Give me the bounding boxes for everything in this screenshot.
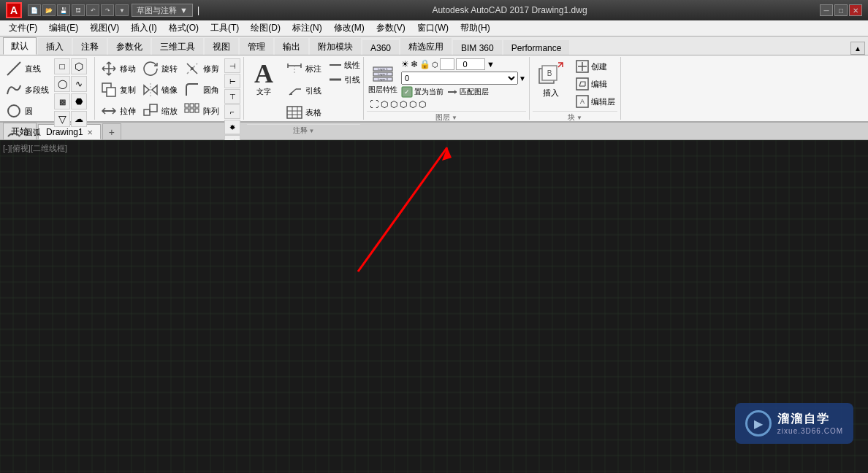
menu-edit[interactable]: 编辑(E) [43, 20, 84, 36]
menu-help[interactable]: 帮助(H) [454, 20, 496, 36]
mirror-tool[interactable]: 镜像 [140, 80, 180, 100]
dimension-tool[interactable]: 标注 [283, 58, 324, 79]
workspace-dropdown[interactable]: ▼ [115, 4, 129, 16]
tab-insert[interactable]: 插入 [38, 38, 72, 55]
chamfer-tool[interactable]: ⌐ [224, 104, 240, 119]
new-icon[interactable]: 📄 [28, 4, 41, 16]
tab-view[interactable]: 视图 [205, 38, 238, 55]
ellipse-tool[interactable]: ◯ [54, 76, 70, 92]
break-tool[interactable]: ⊢ [224, 74, 240, 88]
vp-freeze-icon[interactable]: ⬡ [432, 61, 438, 69]
block-create-btn[interactable]: 创建 [574, 58, 617, 74]
sun-icon[interactable]: ☀ [401, 59, 409, 69]
move-tool[interactable]: 移动 [98, 58, 138, 79]
layer-properties-btn[interactable]: Layer 1 Layer 2 Layer 3 图层特性 [367, 60, 399, 96]
ribbon-expand-btn[interactable]: ▲ [850, 42, 865, 55]
extend-tool[interactable]: ⊣ [224, 58, 240, 73]
menu-param[interactable]: 参数(V) [370, 20, 411, 36]
block-edit-attr-btn[interactable]: A 编辑层 [574, 93, 617, 109]
undo-icon[interactable]: ↶ [86, 4, 99, 16]
window-controls: ─ □ ✕ [820, 4, 862, 16]
menu-file[interactable]: 文件(F) [3, 20, 43, 36]
menu-bar: 文件(F) 编辑(E) 视图(V) 插入(I) 格式(O) 工具(T) 绘图(D… [0, 20, 868, 36]
layer-icon-5[interactable]: ⬡ [409, 99, 416, 109]
line-tool[interactable]: 直线 [3, 58, 51, 79]
save-icon[interactable]: 💾 [57, 4, 70, 16]
workspace-selector[interactable]: 草图与注释 ▼ [132, 4, 193, 17]
text-tool[interactable]: A 文字 [247, 58, 281, 99]
layer-icon-1[interactable]: ⛶ [370, 99, 378, 109]
match-layer-btn[interactable]: 匹配图层 [446, 86, 489, 98]
layer-dropdown-btn[interactable]: ▼ [487, 60, 495, 69]
block-expand-icon[interactable]: ▼ [576, 115, 582, 121]
stretch-tool[interactable]: 拉伸 [98, 101, 138, 121]
tab-parametric[interactable]: 参数化 [108, 38, 151, 55]
layer-icon-6[interactable]: ⬡ [419, 99, 426, 109]
minimize-btn[interactable]: ─ [820, 4, 833, 16]
block-edit-btn[interactable]: 编辑 [574, 76, 617, 92]
menu-view[interactable]: 视图(V) [84, 20, 125, 36]
rectangle-tool[interactable]: □ [54, 58, 70, 74]
menu-insert[interactable]: 插入(I) [125, 20, 162, 36]
trim-label: 修剪 [203, 64, 219, 74]
tab-manage[interactable]: 管理 [240, 38, 273, 55]
annotation-expand-icon[interactable]: ▼ [309, 128, 315, 134]
region-tool[interactable]: ▩ [54, 93, 70, 109]
array-tool[interactable]: 阵列 [181, 101, 221, 121]
menu-window[interactable]: 窗口(W) [411, 20, 454, 36]
tab-bim360[interactable]: BIM 360 [453, 40, 502, 55]
block-tools: B 插入 创建 编辑 A 编辑层 [533, 58, 617, 109]
arc-tool[interactable]: 圆弧 [3, 122, 51, 142]
maximize-btn[interactable]: □ [834, 4, 848, 16]
block-insert-btn[interactable]: B 插入 [533, 58, 569, 101]
tab-performance[interactable]: Performance [503, 40, 570, 55]
explode-tool[interactable]: ✸ [224, 120, 240, 134]
tab-3d-tools[interactable]: 三维工具 [152, 38, 203, 55]
cloud-tool[interactable]: ☁ [71, 111, 87, 127]
layer-icon-3[interactable]: ⬡ [390, 99, 397, 109]
tab-default[interactable]: 默认 [3, 37, 37, 55]
table-tool[interactable]: 表格 [283, 102, 324, 123]
tab-addons[interactable]: 附加模块 [310, 38, 361, 55]
layer-icon-4[interactable]: ⬡ [400, 99, 407, 109]
menu-format[interactable]: 格式(O) [163, 20, 205, 36]
tab-annotation[interactable]: 注释 [73, 38, 107, 55]
redo-icon[interactable]: ↷ [101, 4, 114, 16]
scale-tool[interactable]: 缩放 [140, 101, 180, 121]
menu-tools[interactable]: 工具(T) [205, 20, 245, 36]
menu-dim[interactable]: 标注(N) [286, 20, 328, 36]
saveas-icon[interactable]: 🖫 [72, 4, 85, 16]
tab-featured[interactable]: 精选应用 [400, 38, 452, 55]
tab-a360[interactable]: A360 [362, 40, 399, 55]
svg-rect-7 [150, 104, 157, 112]
layer-number-input[interactable] [456, 58, 485, 70]
trim-tool[interactable]: 修剪 [181, 58, 221, 79]
freeze-icon[interactable]: ❄ [411, 59, 418, 69]
svg-text:Layer 2: Layer 2 [378, 72, 388, 76]
leader-tool[interactable]: 引线 [283, 80, 324, 101]
join-tool[interactable]: ⊤ [224, 89, 240, 104]
menu-draw[interactable]: 绘图(D) [245, 20, 286, 36]
copy-tool[interactable]: 复制 [98, 80, 138, 100]
tab-output[interactable]: 输出 [275, 38, 308, 55]
rotate-tool[interactable]: 旋转 [140, 58, 180, 79]
layer-select[interactable]: 0 [401, 72, 518, 85]
layer-icon-2[interactable]: ⬡ [381, 99, 388, 109]
menu-modify[interactable]: 修改(M) [328, 20, 370, 36]
layer-select-dropdown[interactable]: ▼ [519, 74, 526, 82]
ribbon-tabs: 默认 插入 注释 参数化 三维工具 视图 管理 输出 附加模块 A360 精选应… [0, 36, 868, 55]
fillet-tool[interactable]: 圆角 [181, 80, 221, 100]
color-swatch[interactable] [440, 58, 454, 70]
circle-tool[interactable]: 圆 [3, 101, 51, 121]
lock-icon[interactable]: 🔒 [419, 59, 430, 69]
spline-tool[interactable]: ∿ [71, 76, 87, 92]
wipeout-tool[interactable]: ▽ [54, 111, 70, 127]
open-icon[interactable]: 📂 [42, 4, 56, 16]
set-current-btn[interactable]: ✓ 置为当前 [401, 86, 443, 98]
polyline-tool[interactable]: 多段线 [3, 80, 51, 100]
hatch-tool[interactable]: ⬡ [71, 58, 87, 74]
close-btn[interactable]: ✕ [849, 4, 862, 16]
layer-expand-icon[interactable]: ▼ [452, 115, 457, 121]
circle-icon [5, 102, 23, 120]
boundary-tool[interactable]: ⬣ [71, 93, 87, 109]
